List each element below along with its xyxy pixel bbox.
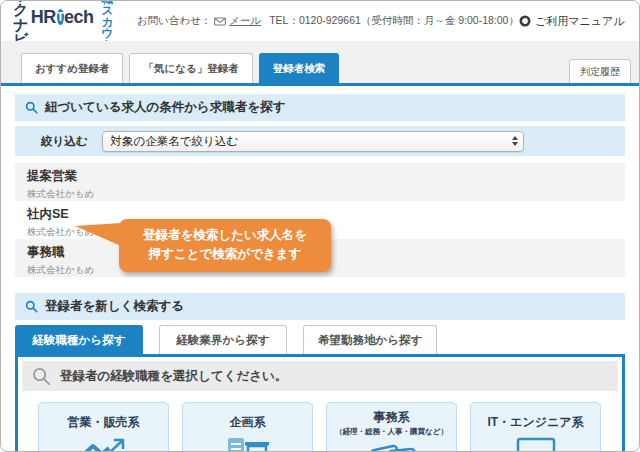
company-filter-select[interactable]: 対象の企業名で絞り込む [102,131,524,152]
handshake-growth-icon [39,436,168,452]
search-icon [25,101,38,114]
tooltip-pointer [75,223,121,249]
search-icon [25,300,38,313]
app-window: リクナビ HR T ech 転職スカウト PRODUCED BY RECRUIT… [0,0,640,452]
job-title: 提案営業 [27,168,625,185]
prompt-text: 登録者の経験職種を選択してください。 [60,368,287,385]
card-title: IT・エンジニア系 [471,414,600,431]
filter-row: 絞り込む 対象の企業名で絞り込む [15,126,625,156]
brand-t-icon: T [57,9,64,25]
tab-history[interactable]: 判定履歴 [569,59,631,83]
manual-label: ご利用マニュアル [535,14,625,29]
document-board-icon [183,436,312,452]
brand-logo-jp: リクナビ [13,0,30,47]
search-panel: 登録者の経験職種を選択してください。 営業・販売系 企画系 [15,354,625,452]
tab-by-location[interactable]: 希望勤務地から探す [303,325,437,354]
category-cards: 営業・販売系 企画系 [18,395,622,452]
linked-search-header: 紐づいている求人の条件から求職者を探す [15,94,625,121]
manual-icon [519,15,531,27]
tooltip-line-2: 押すことで検索ができます [125,245,325,264]
search-mode-tabs: 経験職種から探す 経験業界から探す 希望勤務地から探す [15,325,625,354]
large-search-icon [32,367,51,386]
paper-cards-icon [327,439,456,452]
brand-logo-hr: HR [31,8,56,26]
category-card-clerical[interactable]: 事務系 （経理・総務・人事・購買など） [326,402,457,452]
new-search-header: 登録者を新しく検索する [15,293,625,320]
tab-by-occupation[interactable]: 経験職種から探す [15,325,143,354]
mail-icon [214,17,226,26]
card-title: 企画系 [183,414,312,431]
tooltip-line-1: 登録者を検索したい求人名を [125,226,325,245]
main-tabstrip: おすすめ登録者 「気になる」登録者 登録者検索 判定履歴 [1,41,639,86]
mail-link[interactable]: メール [229,14,261,28]
tab-recommended[interactable]: おすすめ登録者 [21,53,123,83]
job-company: 株式会社かもめ [27,188,625,201]
tab-search[interactable]: 登録者検索 [259,53,340,83]
category-card-it[interactable]: IT・エンジニア系 [470,402,601,452]
category-card-planning[interactable]: 企画系 [182,402,313,452]
prompt-bar: 登録者の経験職種を選択してください。 [22,361,618,391]
brand-logo-ech: ech [64,8,94,26]
select-stepper-icon [512,136,518,146]
job-row-sales[interactable]: 提案営業 株式会社かもめ [15,163,625,201]
category-card-sales[interactable]: 営業・販売系 [38,402,169,452]
tooltip-callout: 登録者を検索したい求人名を 押すことで検索ができます [119,219,331,272]
card-subtitle: （経理・総務・人事・購買など） [327,427,456,437]
card-title: 営業・販売系 [39,414,168,431]
tab-by-industry[interactable]: 経験業界から探す [159,325,287,354]
tel-info: TEL：0120-929661（受付時間：月～金 9:00-18:00） [269,14,519,28]
select-value: 対象の企業名で絞り込む [111,134,512,149]
linked-search-title: 紐づいている求人の条件から求職者を探す [45,99,285,116]
contact-info: お問い合わせ： メール TEL：0120-929661（受付時間：月～金 9:0… [137,14,519,28]
filter-label: 絞り込む [41,134,88,149]
tab-favorites[interactable]: 「気になる」登録者 [129,53,252,83]
new-search-title: 登録者を新しく検索する [45,298,184,315]
app-header: リクナビ HR T ech 転職スカウト PRODUCED BY RECRUIT… [1,1,639,41]
card-title: 事務系 [327,409,456,426]
manual-button[interactable]: ご利用マニュアル [519,14,625,29]
monitor-icon [471,436,600,452]
contact-label: お問い合わせ： [137,14,211,28]
